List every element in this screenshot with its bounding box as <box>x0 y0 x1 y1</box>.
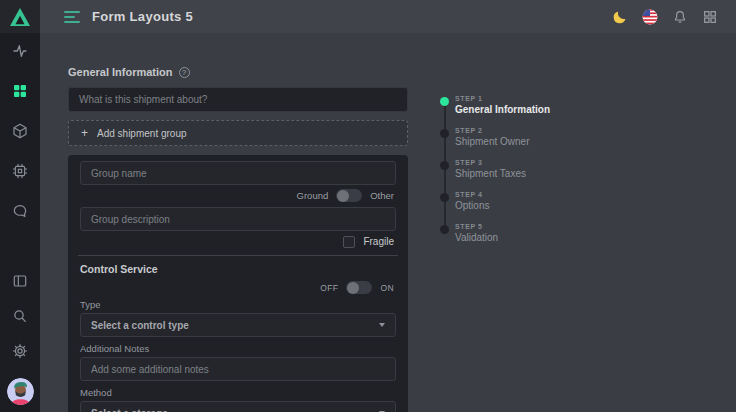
content: General Information ? + Add shipment gro… <box>40 33 736 412</box>
header: Form Layouts 5 <box>40 0 736 33</box>
step-label: Validation <box>455 232 550 243</box>
chevron-down-icon <box>379 323 385 327</box>
add-shipment-group-label: Add shipment group <box>97 128 187 139</box>
ground-other-toggle-row: Ground Other <box>80 189 394 202</box>
app-window: Form Layouts 5 <box>0 0 736 412</box>
shipment-about-input[interactable] <box>68 87 408 112</box>
ground-other-toggle[interactable] <box>336 189 362 202</box>
step-item-5[interactable]: STEP 5 Validation <box>455 223 550 245</box>
header-actions <box>611 8 718 25</box>
group-description-input[interactable] <box>80 207 396 231</box>
main-area: Form Layouts 5 <box>40 0 736 412</box>
type-label: Type <box>80 299 396 310</box>
sidebar-nav-bottom <box>0 273 40 412</box>
control-type-select[interactable]: Select a control type <box>80 313 396 337</box>
triangle-logo-icon <box>9 7 31 27</box>
step-dot <box>440 161 449 170</box>
sidebar-nav-top <box>0 33 40 219</box>
step-label: Options <box>455 200 550 211</box>
grid-menu-icon[interactable] <box>701 8 718 25</box>
sidebar <box>0 0 40 412</box>
hamburger-icon[interactable] <box>64 11 80 23</box>
step-dot <box>440 129 449 138</box>
toggle-knob <box>337 190 349 202</box>
shipment-group-card: Ground Other Fragile Control Service OFF <box>68 155 408 412</box>
step-label: Shipment Owner <box>455 136 550 147</box>
toggle-knob <box>347 282 359 294</box>
grid-icon[interactable] <box>12 83 28 99</box>
fragile-checkbox[interactable] <box>343 236 355 248</box>
activity-icon[interactable] <box>12 43 28 59</box>
on-label: ON <box>380 283 394 293</box>
step-dot <box>440 225 449 234</box>
section-header: General Information ? <box>68 66 408 78</box>
other-label: Other <box>370 190 394 201</box>
question-circle-icon[interactable]: ? <box>179 67 190 78</box>
layout-icon[interactable] <box>12 273 28 289</box>
page-title: Form Layouts 5 <box>92 9 193 24</box>
moon-icon[interactable] <box>611 8 628 25</box>
step-number: STEP 1 <box>455 95 550 102</box>
additional-notes-label: Additional Notes <box>80 343 396 354</box>
step-indicator: STEP 1 General Information STEP 2 Shipme… <box>440 95 550 412</box>
step-number: STEP 4 <box>455 191 550 198</box>
step-label: General Information <box>455 104 550 115</box>
step-number: STEP 5 <box>455 223 550 230</box>
method-label: Method <box>80 387 396 398</box>
cube-icon[interactable] <box>12 123 28 139</box>
step-number: STEP 2 <box>455 127 550 134</box>
user-avatar[interactable] <box>7 378 34 405</box>
storage-method-select[interactable]: Select a storage <box>80 401 396 412</box>
us-flag-icon[interactable] <box>641 8 658 25</box>
additional-notes-input[interactable] <box>80 357 396 381</box>
bell-icon[interactable] <box>671 8 688 25</box>
step-dot <box>440 97 449 106</box>
avatar-illustration <box>7 378 34 405</box>
app-logo[interactable] <box>0 0 40 33</box>
chat-icon[interactable] <box>12 203 28 219</box>
step-item-1[interactable]: STEP 1 General Information <box>455 95 550 117</box>
settings-icon[interactable] <box>12 343 28 359</box>
fragile-row: Fragile <box>80 235 394 248</box>
plus-icon: + <box>81 126 88 140</box>
add-shipment-group-button[interactable]: + Add shipment group <box>68 120 408 146</box>
off-label: OFF <box>320 283 338 293</box>
step-number: STEP 3 <box>455 159 550 166</box>
control-type-value: Select a control type <box>91 320 379 331</box>
card-divider <box>78 255 398 256</box>
storage-method-value: Select a storage <box>91 408 379 412</box>
step-dot <box>440 193 449 202</box>
group-name-input[interactable] <box>80 161 396 185</box>
step-item-2[interactable]: STEP 2 Shipment Owner <box>455 127 550 149</box>
step-label: Shipment Taxes <box>455 168 550 179</box>
cpu-icon[interactable] <box>12 163 28 179</box>
off-on-toggle-row: OFF ON <box>80 281 394 294</box>
step-item-4[interactable]: STEP 4 Options <box>455 191 550 213</box>
section-title: General Information <box>68 66 173 78</box>
control-service-title: Control Service <box>80 263 396 277</box>
search-icon[interactable] <box>12 308 28 324</box>
ground-label: Ground <box>297 190 329 201</box>
fragile-label: Fragile <box>363 236 394 247</box>
off-on-toggle[interactable] <box>346 281 372 294</box>
form-column: General Information ? + Add shipment gro… <box>68 66 408 412</box>
step-item-3[interactable]: STEP 3 Shipment Taxes <box>455 159 550 181</box>
